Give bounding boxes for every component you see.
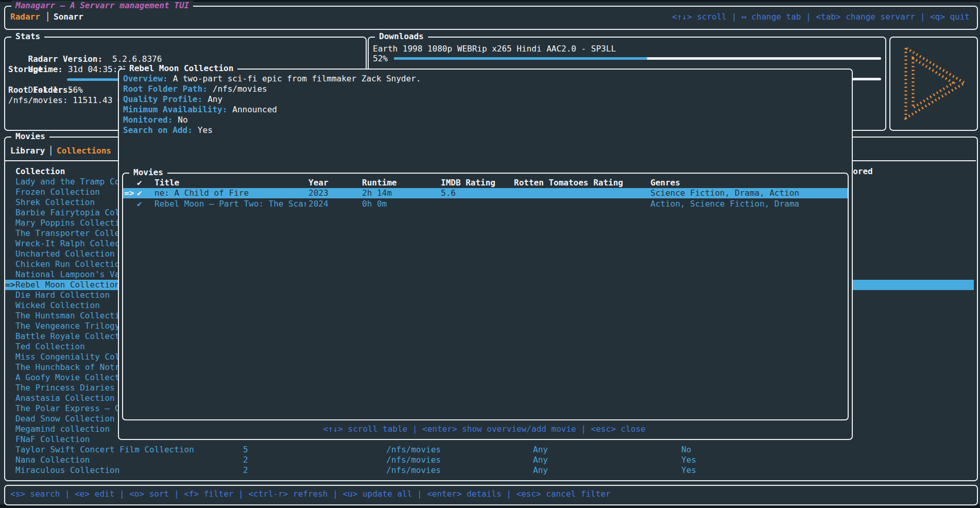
table-row[interactable]: =>✔ne: A Child of Fire20232h 14m5.6Scien… — [119, 188, 850, 198]
collection-name: The Hunchback of Notr — [15, 362, 119, 372]
stats-title: Stats — [11, 31, 44, 42]
table-row[interactable]: ✔Rebel Moon – Part Two: The Scar20240h 0… — [119, 199, 850, 209]
collection-name: A Goofy Movie Collect — [15, 372, 119, 383]
movie-count: 2 — [243, 455, 248, 465]
tab-radarr[interactable]: Radarr — [10, 12, 40, 22]
root-folders-label: Root Folders: — [8, 85, 73, 95]
download-pct: 52% — [373, 54, 388, 64]
modal-movies-rows: =>✔ne: A Child of Fire20232h 14m5.6Scien… — [119, 70, 850, 437]
collection-name: The Princess Diaries — [15, 383, 115, 393]
movie-runtime: 2h 14m — [362, 188, 392, 198]
collection-column-header: Collection — [15, 166, 65, 177]
collection-name: Ted Collection — [15, 342, 85, 352]
list-item[interactable]: Miraculous Collection2/nfs/moviesAnyYes — [0, 465, 980, 476]
collection-name: Mary Poppins Collecti — [15, 218, 119, 228]
collection-name: Taylor Swift Concert Film Collection — [15, 445, 194, 455]
root-folder: /nfs/movies — [386, 455, 441, 465]
quality-profile: Any — [533, 465, 548, 476]
collection-name: Uncharted Collection — [15, 249, 115, 259]
root-folder: /nfs/movies — [386, 445, 441, 455]
list-item[interactable]: Taylor Swift Concert Film Collection5/nf… — [0, 445, 980, 455]
collection-name: Die Hard Collection — [15, 290, 110, 300]
header-panel: Managarr – A Servarr management TUI Rada… — [4, 6, 978, 30]
quality-profile: Any — [533, 445, 548, 455]
movie-title: Rebel Moon – Part Two: The Scar — [154, 199, 306, 209]
collection-details-modal: Rebel Moon Collection Overview:A two-par… — [118, 69, 853, 440]
tab-collections[interactable]: Collections — [57, 146, 111, 156]
monitored-flag: No — [681, 445, 691, 455]
download-item[interactable]: Earth 1998 1080p WEBRip x265 Hindi AAC2.… — [373, 44, 616, 54]
collection-name: Megamind collection — [15, 424, 110, 434]
collection-name: Miraculous Collection — [15, 465, 119, 476]
uptime: Uptime:31d 04:35:37 — [8, 54, 128, 64]
global-keybinds: <↑↓> scroll | ↔ change tab | <tab> chang… — [672, 12, 970, 22]
radarr-version: Radarr Version:5.2.6.8376 — [8, 44, 162, 54]
collection-name: Frozen Collection — [15, 187, 100, 197]
movie-year: 2023 — [308, 188, 329, 198]
footer-bar: <s> search | <e> edit | <o> sort | <f> f… — [4, 485, 978, 505]
downloads-title: Downloads — [375, 31, 428, 42]
movie-genres: Action, Science Fiction, Drama — [650, 199, 799, 209]
collection-name: The Polar Express – C — [15, 403, 119, 414]
collection-name: Nana Collection — [15, 455, 90, 465]
collection-name: Wicked Collection — [15, 300, 100, 311]
quality-profile: Any — [533, 455, 548, 465]
movie-genres: Science Fiction, Drama, Action — [650, 188, 799, 198]
movie-year: 2024 — [308, 199, 329, 209]
collection-name: Anastasia Collection — [15, 393, 115, 403]
collection-name: National Lampoon's Va — [15, 269, 119, 280]
tab-sonarr[interactable]: Sonarr — [54, 12, 83, 22]
footer-keybinds: <s> search | <e> edit | <o> sort | <f> f… — [10, 489, 611, 499]
root-folder: /nfs/movies — [386, 465, 441, 476]
collection-name: The Huntsman Collecti — [15, 311, 119, 321]
collection-name: The Vengeance Trilogy — [15, 321, 119, 331]
download-progress-bar — [394, 57, 647, 60]
logo-panel — [889, 37, 978, 131]
collection-name: Battle Royale Collect — [15, 331, 119, 342]
modal-keybinds: <↑↓> scroll table | <enter> show overvie… — [119, 424, 850, 434]
collection-name: Wreck-It Ralph Collec — [15, 239, 119, 249]
movie-runtime: 0h 0m — [362, 199, 387, 209]
download-progress-fragment — [851, 78, 881, 80]
tab-separator: │ — [48, 146, 54, 156]
movies-panel-title: Movies — [11, 131, 49, 142]
collection-name: Barbie Fairytopia Col — [15, 208, 119, 218]
movie-title: ne: A Child of Fire — [154, 188, 306, 198]
collection-name: Dead Snow Collection — [15, 414, 115, 424]
tab-separator: │ — [45, 12, 50, 22]
storage-label: Storage: — [8, 64, 48, 75]
collection-name: Lady and the Tramp Co — [15, 177, 119, 187]
collection-name: Miss Congeniality Col — [15, 352, 119, 362]
collection-name: Chicken Run Collectio — [15, 259, 119, 269]
list-item[interactable]: Nana Collection2/nfs/moviesAnyYes — [0, 455, 980, 465]
collection-name: Shrek Collection — [15, 197, 95, 208]
tab-library[interactable]: Library — [10, 146, 45, 156]
app-title: Managarr – A Servarr management TUI — [11, 1, 193, 11]
movie-count: 2 — [243, 465, 248, 476]
root-folder-value: /nfs/movies: 11511.43 GB — [8, 95, 127, 106]
selection-arrow: => — [5, 280, 15, 290]
check-icon: ✔ — [137, 199, 142, 209]
check-icon: ✔ — [137, 188, 142, 198]
imdb-rating: 5.6 — [441, 188, 456, 198]
collection-name: FNaF Collection — [15, 434, 90, 445]
collection-name: The Transporter Colle — [15, 228, 119, 239]
movie-count: 5 — [243, 445, 248, 455]
collection-name: Rebel Moon Collection — [15, 280, 119, 290]
monitored-flag: Yes — [681, 455, 696, 465]
play-logo-icon — [899, 43, 971, 124]
monitored-flag: Yes — [681, 465, 696, 476]
selection-arrow: => — [124, 188, 134, 198]
